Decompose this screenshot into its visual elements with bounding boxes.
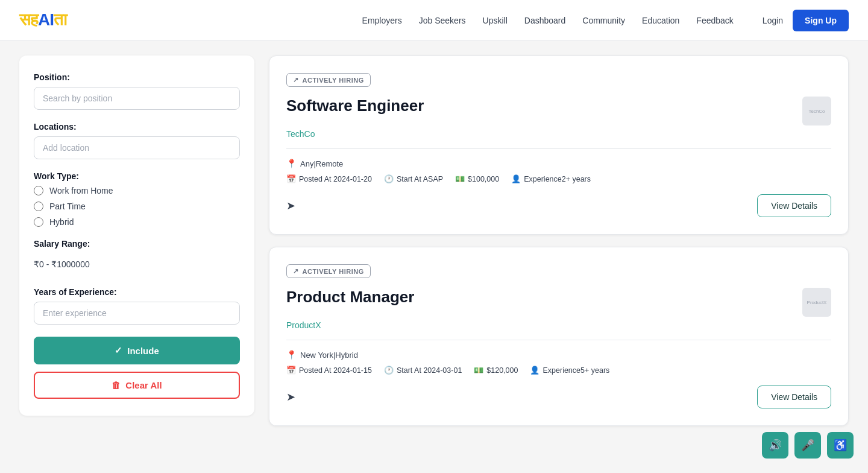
job-footer-1: ➤ View Details: [286, 194, 831, 217]
job-logo-1: TechCo: [802, 97, 831, 125]
work-type-options: Work from Home Part Time Hybrid: [34, 186, 240, 227]
nav-item-education[interactable]: Education: [642, 16, 679, 25]
work-type-wfh[interactable]: Work from Home: [34, 186, 240, 195]
logo-part2: AI: [38, 10, 54, 29]
job-divider-1: [286, 148, 831, 149]
locations-filter: Locations:: [34, 122, 240, 171]
clock-icon-2: 🕐: [384, 366, 394, 375]
microphone-button[interactable]: 🎤: [794, 432, 821, 459]
dollar-icon-1: 💵: [455, 174, 465, 183]
signup-button[interactable]: Sign Up: [793, 10, 849, 31]
job-header-2: Product Manager ProductX: [286, 288, 831, 317]
posted-at-1: 📅 Posted At 2024-01-20: [286, 174, 372, 183]
person-icon-1: 👤: [511, 174, 521, 183]
posted-text-2: Posted At 2024-01-15: [299, 366, 372, 375]
volume-button[interactable]: 🔊: [762, 432, 788, 459]
header: सहAIता Employers Job Seekers Upskill Das…: [0, 0, 868, 41]
radio-part-time[interactable]: [34, 202, 43, 211]
locations-label: Locations:: [34, 122, 240, 132]
work-type-label: Work Type:: [34, 171, 240, 181]
job-meta-2: 📅 Posted At 2024-01-15 🕐 Start At 2024-0…: [286, 366, 831, 375]
nav-item-job-seekers[interactable]: Job Seekers: [419, 16, 466, 25]
nav-item-feedback[interactable]: Feedback: [696, 16, 733, 25]
start-text-1: Start At ASAP: [397, 175, 443, 183]
pin-icon-2: 📍: [286, 350, 297, 360]
nav-item-upskill[interactable]: Upskill: [483, 16, 508, 25]
clear-all-button[interactable]: 🗑 Clear All: [34, 372, 240, 399]
calendar-icon-1: 📅: [286, 174, 296, 183]
salary-filter: Salary Range: ₹0 - ₹1000000: [34, 239, 240, 275]
salary-1: 💵 $100,000: [455, 174, 499, 183]
job-header-1: Software Engineer TechCo: [286, 97, 831, 125]
salary-2: 💵 $120,000: [474, 366, 518, 375]
experience-text-2: Experience5+ years: [542, 366, 609, 375]
experience-input[interactable]: [34, 302, 240, 325]
view-details-button-1[interactable]: View Details: [757, 194, 831, 217]
location-text-1: Any|Remote: [300, 159, 343, 168]
experience-filter: Years of Experience:: [34, 287, 240, 337]
nav-item-employers[interactable]: Employers: [362, 16, 402, 25]
location-input[interactable]: [34, 136, 240, 159]
experience-2: 👤 Experience5+ years: [530, 366, 609, 375]
job-footer-2: ➤ View Details: [286, 386, 831, 408]
job-logo-2: ProductX: [802, 288, 831, 317]
radio-wfh[interactable]: [34, 186, 43, 195]
badge-text-2: ACTIVELY HIRING: [303, 268, 364, 275]
job-company-2: ProductX: [286, 320, 831, 330]
floating-accessibility-buttons: 🔊 🎤 ♿: [762, 432, 854, 459]
logo[interactable]: सहAIता: [19, 10, 66, 30]
calendar-icon-2: 📅: [286, 366, 296, 375]
wfh-label: Work from Home: [49, 186, 113, 195]
include-label: Include: [127, 346, 159, 356]
job-listings: ↗ ACTIVELY HIRING Software Engineer Tech…: [269, 56, 849, 426]
share-icon-2[interactable]: ➤: [286, 390, 295, 404]
location-text-2: New York|Hybrid: [300, 351, 358, 360]
nav-item-community[interactable]: Community: [582, 16, 625, 25]
job-card-1: ↗ ACTIVELY HIRING Software Engineer Tech…: [269, 56, 849, 235]
filter-sidebar: Position: Locations: Work Type: Work fro…: [19, 56, 254, 416]
person-icon-2: 👤: [530, 366, 539, 375]
login-button[interactable]: Login: [753, 11, 793, 30]
badge-text-1: ACTIVELY HIRING: [303, 77, 364, 84]
salary-range-value: ₹0 - ₹1000000: [34, 253, 240, 275]
logo-part3: ता: [54, 10, 66, 29]
position-label: Position:: [34, 72, 240, 82]
start-at-2: 🕐 Start At 2024-03-01: [384, 366, 462, 375]
start-at-1: 🕐 Start At ASAP: [384, 174, 443, 183]
posted-at-2: 📅 Posted At 2024-01-15: [286, 366, 372, 375]
accessibility-button[interactable]: ♿: [827, 432, 854, 459]
work-type-filter: Work Type: Work from Home Part Time Hybr…: [34, 171, 240, 227]
job-title-2: Product Manager: [286, 288, 414, 306]
pin-icon-1: 📍: [286, 159, 297, 168]
work-type-hybrid[interactable]: Hybrid: [34, 217, 240, 227]
trash-icon: 🗑: [112, 380, 121, 390]
view-details-button-2[interactable]: View Details: [757, 386, 831, 408]
job-company-1: TechCo: [286, 129, 831, 139]
part-time-label: Part Time: [49, 202, 86, 211]
job-divider-2: [286, 340, 831, 340]
posted-text-1: Posted At 2024-01-20: [299, 175, 372, 183]
job-location-2: 📍 New York|Hybrid: [286, 350, 831, 360]
salary-label: Salary Range:: [34, 239, 240, 249]
trend-icon-2: ↗: [293, 267, 299, 275]
radio-hybrid[interactable]: [34, 217, 43, 227]
salary-text-2: $120,000: [486, 366, 518, 375]
nav-item-dashboard[interactable]: Dashboard: [524, 16, 566, 25]
include-button[interactable]: ✓ Include: [34, 337, 240, 364]
experience-text-1: Experience2+ years: [524, 175, 591, 183]
hybrid-label: Hybrid: [49, 217, 74, 227]
position-input[interactable]: [34, 87, 240, 110]
salary-text-1: $100,000: [468, 175, 499, 183]
position-filter: Position:: [34, 72, 240, 122]
job-title-1: Software Engineer: [286, 97, 424, 115]
main-content: Position: Locations: Work Type: Work fro…: [0, 41, 868, 440]
logo-part1: सह: [19, 10, 38, 29]
job-meta-1: 📅 Posted At 2024-01-20 🕐 Start At ASAP 💵…: [286, 174, 831, 183]
actively-hiring-badge-2: ↗ ACTIVELY HIRING: [286, 264, 371, 278]
share-icon-1[interactable]: ➤: [286, 199, 295, 212]
dollar-icon-2: 💵: [474, 366, 483, 375]
work-type-part-time[interactable]: Part Time: [34, 202, 240, 211]
include-checkmark-icon: ✓: [115, 345, 122, 356]
clear-label: Clear All: [125, 380, 162, 390]
actively-hiring-badge-1: ↗ ACTIVELY HIRING: [286, 73, 371, 87]
